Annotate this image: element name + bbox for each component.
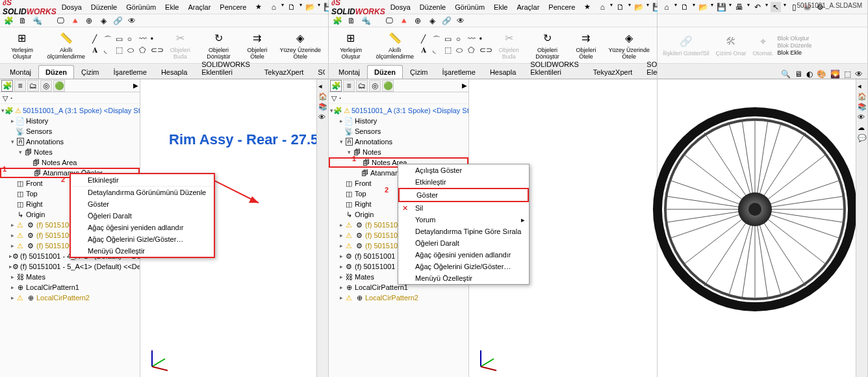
open-icon-2[interactable]: 📂 [633,2,644,12]
fm-tree-icon-2[interactable]: 🧩 [330,80,342,92]
graphics-area-3[interactable]: ◂ 🏠 📚 👁 ☁ 💬 [657,79,867,377]
expand-icon[interactable]: ▸ [338,222,344,228]
objeleri-buda-button[interactable]: ✂Objeleri Buda [164,29,197,62]
arc-icon[interactable]: ⌒ [104,34,114,45]
menu-araclar-2[interactable]: Araçlar [513,2,543,12]
poly-icon-2[interactable]: ⬠ [468,46,478,56]
tab-montaj-2[interactable]: Montaj [331,65,367,79]
line-icon-2[interactable]: ╱ [421,34,431,45]
tab-isaretleme[interactable]: İşaretleme [107,65,154,79]
akilli-olcum-button[interactable]: 📏 Akıllı ölçümlendirme [43,29,90,62]
expand-icon[interactable]: ▸ [9,274,16,280]
display-icon-2[interactable]: 🖵 [383,15,395,27]
menu-ekle[interactable]: Ekle [161,2,183,12]
blok-ekle-button[interactable]: Blok Ekle [778,49,812,56]
taskpane-cloud-icon[interactable]: ☁ [858,124,867,133]
link-icon-2[interactable]: 🔗 [440,15,452,27]
expand-icon[interactable]: ▸ [338,118,344,124]
expand-icon[interactable]: ▸ [338,274,344,280]
ellipse-icon-2[interactable]: ⬭ [456,46,466,56]
hide-icon[interactable]: 👁 [855,70,863,79]
home-icon-2[interactable]: ⌂ [597,2,607,12]
ctx2-sil[interactable]: ✕Sil [398,202,529,214]
tree-item[interactable]: ▾🗐Notes [329,147,468,157]
new-icon[interactable]: 🗋 [287,2,297,12]
select-icon-3[interactable]: ↖ [771,2,781,12]
graphics-area[interactable]: Rim Assy - Rear - 27.5 Etkinleştir Detay… [140,79,328,377]
tab-hesapla[interactable]: Hesapla [154,65,194,79]
tab-cizim[interactable]: Çizim [74,65,107,79]
taskpane-icon[interactable]: ◂ [318,82,327,91]
plane-icon-2[interactable]: ⬚ [444,46,455,56]
cizimi-onar-button[interactable]: 🛠Çizimi Onar [713,29,749,62]
fm-config-icon-2[interactable]: 🗂 [356,80,368,92]
mag-icon[interactable]: 🔍 [781,70,791,79]
fm-disp-icon-2[interactable]: ◎ [369,80,381,92]
menu-dosya[interactable]: Dosya [58,2,86,12]
home-icon[interactable]: ⌂ [268,2,279,12]
text-icon-2[interactable]: 𝐀 [421,46,431,56]
ctx-detaylandirma[interactable]: Detaylandırma Görünümünü Düzenle [71,187,214,198]
tree-item[interactable]: ▾🄰Annotations [329,136,468,147]
display-icon[interactable]: 🖵 [55,15,66,27]
rect-icon-2[interactable]: ▭ [444,34,455,45]
tab-eklentiler-2[interactable]: SOLIDWORKS Eklentileri [523,57,586,79]
taskpane-forum-icon[interactable]: 💬 [858,134,867,143]
menu-pencere-2[interactable]: Pencere [544,2,579,12]
tab-electrical[interactable]: SOLIDWORKS Electrical 3D [311,65,326,79]
expand-icon[interactable]: ▾ [9,138,16,145]
line-icon[interactable]: ╱ [92,34,103,45]
tree-root[interactable]: ▾🧩⚠ 50151001_A (3:1 Spoke) <Display Stat… [0,105,140,116]
tree-item[interactable]: 📡Sensors [0,126,140,136]
taskpane-res-icon[interactable]: 🏠 [318,92,327,101]
fillet-icon-2[interactable]: ◟ [433,46,443,56]
ctx-gizle-goster[interactable]: Ağaç Öğelerini Gizle/Göster… [71,233,214,245]
ctx2-etkinlestir[interactable]: Etkinleştir [398,176,529,188]
expand-icon[interactable]: ▾ [17,149,23,155]
rect-icon[interactable]: ▭ [116,34,126,45]
fm-props-icon[interactable]: ≡ [14,80,26,92]
tree-root-2[interactable]: ▾🧩⚠ 50151001_A (3:1 Spoke) <Display Stat… [329,105,468,116]
ctx2-daralt[interactable]: Öğeleri Daralt [398,237,529,249]
fm-props-icon-2[interactable]: ≡ [343,80,355,92]
expand-icon[interactable]: ▸ [9,118,16,124]
menu-pencere[interactable]: Pencere [216,2,250,12]
expand-icon[interactable]: ▸ [9,222,16,228]
save-icon-3[interactable]: 💾 [716,2,726,12]
fm-config-icon[interactable]: 🗂 [27,80,39,92]
menu-dosya-2[interactable]: Dosya [387,2,415,12]
taskpane-icon-3[interactable]: ◂ [858,82,867,91]
tab-montaj[interactable]: Montaj [3,65,38,79]
tree-item[interactable]: ▾🗐Notes [0,147,140,157]
ctx2-yorum[interactable]: Yorum▸ [398,214,529,226]
menu-ekle-2[interactable]: Ekle [490,2,511,12]
print-icon-3[interactable]: 🖶 [734,2,745,12]
tree-item[interactable]: ▸⚠⊕LocalCirPattern2 [329,292,468,303]
taskpane-view-icon[interactable]: 👁 [318,113,327,122]
taskpane-lib-icon-3[interactable]: 📚 [858,103,867,112]
new-icon-3[interactable]: 🗋 [680,2,690,12]
tab-duzen[interactable]: Düzen [38,65,74,79]
akilli-olcum-button-2[interactable]: 📏Akıllı ölçümlendirme [372,29,418,62]
poly-icon[interactable]: ⬠ [139,46,149,56]
ctx2-gizle-goster[interactable]: Ağaç Öğelerini Gizle/Göster… [398,261,529,272]
expand-icon[interactable]: ▸ [338,294,344,301]
ctx-daralt[interactable]: Öğeleri Daralt [71,210,214,222]
tab-cizim-2[interactable]: Çizim [403,65,435,79]
tree-item[interactable]: ▸⚠⊕LocalCirPattern2 [0,292,140,303]
slot-icon[interactable]: ⊂⊃ [151,46,161,56]
menu-gorunum-2[interactable]: Görünüm [451,2,489,12]
expand-icon[interactable]: ▸ [338,284,344,291]
fm-disp-icon[interactable]: ◎ [40,80,52,92]
ellipse-icon[interactable]: ⬭ [127,46,138,56]
point-icon-2[interactable]: • [479,34,490,45]
expand-icon[interactable]: ▸ [338,253,344,259]
point-icon[interactable]: • [151,34,161,45]
fillet-icon[interactable]: ◟ [104,46,114,56]
fm-app-icon[interactable]: 🟢 [53,80,65,92]
menu-duzenle[interactable]: Düzenle [87,2,121,12]
misc-icon[interactable]: ⊕ [83,15,95,27]
fm-arrow-icon-2[interactable]: ▶ [462,82,467,89]
tree-item[interactable]: ▸⛓Mates [0,272,140,282]
ctx2-acilista[interactable]: Açılışta Göster [398,164,529,176]
